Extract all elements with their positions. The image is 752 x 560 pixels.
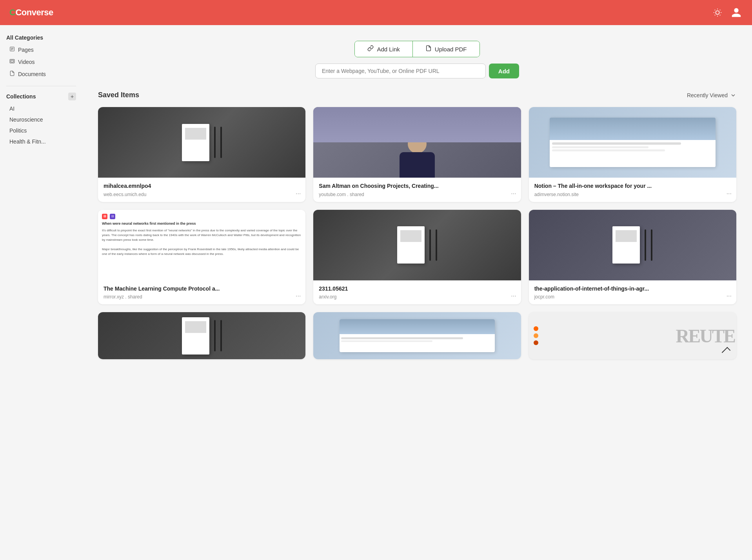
saved-items-title: Saved Items <box>98 91 139 99</box>
user-avatar-icon[interactable] <box>730 6 743 19</box>
notion-visual <box>550 118 716 167</box>
reuters-dot-orange <box>534 326 538 331</box>
card-image-document: ⊟ ⊟ When were neural networks first ment… <box>98 210 305 280</box>
search-section: Add Link Upload PDF Add <box>98 25 736 91</box>
card-url: mirror.xyz . shared <box>104 294 300 300</box>
card-url: web.eecs.umich.edu <box>104 192 300 197</box>
url-input[interactable] <box>315 64 486 78</box>
book-visual <box>182 124 222 161</box>
add-collection-button[interactable]: + <box>68 93 76 100</box>
sidebar-divider <box>6 86 76 86</box>
card-body: the-application-of-internet-of-things-in… <box>529 280 736 305</box>
input-type-tabs: Add Link Upload PDF <box>354 41 480 57</box>
pen-shape2 <box>220 127 222 158</box>
card-mihalcea[interactable]: mihalcea.emnlpo4 web.eecs.umich.edu ··· <box>98 107 305 202</box>
card-title: mihalcea.emnlpo4 <box>104 182 300 190</box>
saved-items-header: Saved Items Recently Viewed <box>98 91 736 99</box>
pen-shape4 <box>436 229 437 261</box>
card-menu-button[interactable]: ··· <box>727 293 732 300</box>
main-container: All Categories Pages Videos <box>0 0 752 560</box>
card-image-book3 <box>529 210 736 280</box>
recently-viewed-button[interactable]: Recently Viewed <box>687 92 736 98</box>
sidebar-collection-neuroscience[interactable]: Neuroscience <box>6 115 76 125</box>
link-icon <box>367 45 374 53</box>
svg-line-8 <box>720 10 720 10</box>
card-url: jocpr.com <box>534 294 731 300</box>
upload-pdf-label: Upload PDF <box>435 46 467 53</box>
card-arxiv[interactable]: 2311.05621 arxiv.org ··· <box>313 210 521 305</box>
logo-c: C <box>9 7 15 17</box>
card-notion[interactable]: Notion – The all-in-one workspace for yo… <box>529 107 736 202</box>
theme-toggle-icon[interactable] <box>711 6 724 19</box>
card-body: Sam Altman on Choosing Projects, Creatin… <box>313 178 521 202</box>
svg-line-7 <box>715 15 715 15</box>
sidebar-item-pages-label: Pages <box>18 47 34 53</box>
collections-header: Collections + <box>6 93 76 100</box>
reuters-dot-light <box>534 333 538 338</box>
card-iot[interactable]: the-application-of-internet-of-things-in… <box>529 210 736 305</box>
add-link-tab[interactable]: Add Link <box>355 41 412 57</box>
cards-grid: mihalcea.emnlpo4 web.eecs.umich.edu ··· <box>98 107 736 304</box>
logo-text: Converse <box>15 7 53 17</box>
all-categories-label: All Categories <box>6 35 76 41</box>
card-body: 2311.05621 arxiv.org ··· <box>313 280 521 305</box>
svg-line-4 <box>720 15 720 15</box>
reuters-dots-container <box>534 326 538 345</box>
card-menu-button[interactable]: ··· <box>727 190 732 197</box>
header-icons <box>711 6 743 19</box>
bottom-notion-visual <box>340 319 495 352</box>
card-image-notion <box>529 107 736 178</box>
add-button[interactable]: Add <box>489 64 519 78</box>
pages-icon <box>9 46 15 53</box>
card-image-book2 <box>313 210 521 280</box>
card-title: Notion – The all-in-one workspace for yo… <box>534 182 731 190</box>
card-menu-button[interactable]: ··· <box>511 190 516 197</box>
recently-viewed-label: Recently Viewed <box>687 92 728 98</box>
card-image-video <box>313 107 521 178</box>
sidebar-collection-politics[interactable]: Politics <box>6 125 76 136</box>
card-title: 2311.05621 <box>319 285 515 293</box>
svg-line-3 <box>715 10 715 10</box>
sidebar-item-videos[interactable]: Videos <box>6 56 76 67</box>
card-url: youtube.com . shared <box>319 192 515 197</box>
bottom-card-1[interactable] <box>98 312 305 359</box>
reuters-logo-text: REUTE <box>676 325 736 347</box>
url-input-row: Add <box>315 64 519 78</box>
bottom-card-3[interactable]: REUTE <box>529 312 736 359</box>
add-link-label: Add Link <box>377 46 400 53</box>
card-menu-button[interactable]: ··· <box>296 293 301 300</box>
sidebar-item-documents[interactable]: Documents <box>6 68 76 80</box>
content-area: Add Link Upload PDF Add S <box>82 25 752 560</box>
card-menu-button[interactable]: ··· <box>296 190 301 197</box>
sidebar-item-videos-label: Videos <box>18 59 35 65</box>
reuters-dot-dark <box>534 340 538 345</box>
sidebar-collection-health[interactable]: Health & Fitn... <box>6 136 76 147</box>
bottom-cards-grid: REUTE <box>98 312 736 359</box>
doc-content: It's difficult to pinpoint the exact fir… <box>102 228 302 256</box>
card-title: Sam Altman on Choosing Projects, Creatin… <box>319 182 515 190</box>
card-title: the-application-of-internet-of-things-in… <box>534 285 731 293</box>
collections-title: Collections <box>6 93 36 100</box>
sidebar-item-pages[interactable]: Pages <box>6 44 76 55</box>
logo: CConverse <box>9 7 53 18</box>
sidebar-collection-ai[interactable]: AI <box>6 104 76 114</box>
card-url: arxiv.org <box>319 294 515 300</box>
sidebar-item-documents-label: Documents <box>18 71 46 77</box>
upload-pdf-tab[interactable]: Upload PDF <box>413 41 480 57</box>
book-shape2 <box>397 226 425 264</box>
card-body: The Machine Learning Compute Protocol a.… <box>98 280 305 305</box>
book-shape <box>182 124 209 161</box>
header: CConverse <box>0 0 752 25</box>
pen-shape5 <box>645 229 646 261</box>
card-ml-compute[interactable]: ⊟ ⊟ When were neural networks first ment… <box>98 210 305 305</box>
card-image-book1 <box>98 107 305 178</box>
bottom-card-2[interactable] <box>313 312 521 359</box>
card-body: Notion – The all-in-one workspace for yo… <box>529 178 736 202</box>
pen-shape3 <box>429 229 431 261</box>
bottom-book-visual <box>182 317 222 355</box>
book-visual3 <box>612 226 652 264</box>
videos-icon <box>9 58 15 65</box>
pen-shape <box>214 127 216 158</box>
card-sam-altman[interactable]: Sam Altman on Choosing Projects, Creatin… <box>313 107 521 202</box>
card-menu-button[interactable]: ··· <box>511 293 516 300</box>
